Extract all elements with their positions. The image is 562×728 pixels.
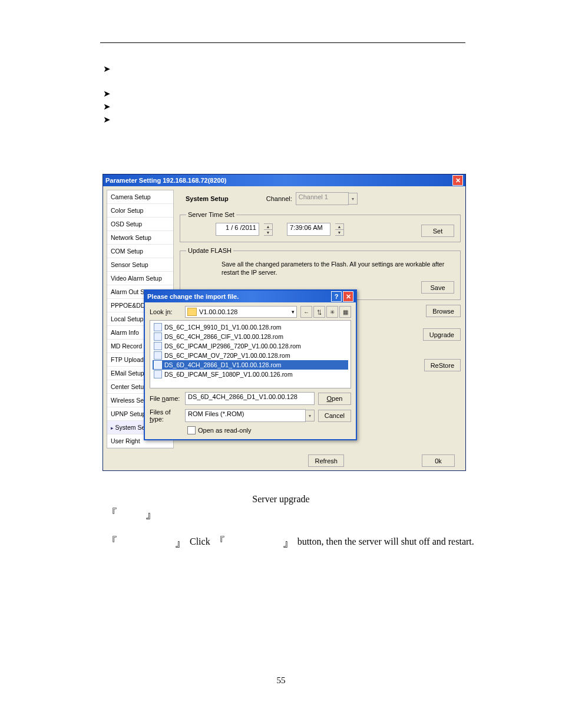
- sidebar-item-network-setup[interactable]: Network Setup: [107, 231, 173, 245]
- dialog-title: Please change the import file.: [147, 293, 239, 300]
- set-button[interactable]: Set: [421, 225, 454, 237]
- lookin-value: V1.00.00.128: [199, 308, 237, 315]
- date-input[interactable]: 1 / 6 /2011: [216, 223, 259, 236]
- file-item[interactable]: DS_6C_IPCAM_OV_720P_V1.00.00.128.rom: [153, 351, 348, 360]
- file-icon: [154, 342, 162, 350]
- views-icon[interactable]: ▦: [339, 306, 351, 318]
- body-text-line1: 『』: [105, 508, 158, 519]
- window-title: Parameter Setting 192.168.168.72(8200): [105, 177, 226, 184]
- checkbox-icon[interactable]: [187, 426, 196, 434]
- filetype-select[interactable]: ROM Files (*.ROM): [185, 409, 306, 422]
- file-icon: [154, 332, 162, 341]
- file-list[interactable]: DS_6C_1CH_9910_D1_V1.00.00.128.rom DS_6C…: [150, 320, 351, 388]
- bullet-list: ➤ ➤ ➤ ➤: [103, 64, 111, 127]
- lookin-combo[interactable]: V1.00.00.128 ▾: [185, 306, 297, 318]
- folder-icon: [187, 308, 197, 316]
- date-spinner[interactable]: ▲▼: [264, 223, 273, 236]
- window-titlebar[interactable]: Parameter Setting 192.168.168.72(8200) ✕: [103, 174, 465, 186]
- browse-button[interactable]: Browse: [426, 305, 461, 317]
- bullet-icon: ➤: [103, 101, 111, 112]
- bullet-icon: ➤: [103, 88, 111, 99]
- sidebar-item-com-setup[interactable]: COM Setup: [107, 245, 173, 258]
- file-open-dialog: Please change the import file. ? ✕ Look …: [144, 289, 357, 440]
- figure-caption: Server upgrade: [0, 494, 562, 505]
- file-item-selected[interactable]: DS_6D_4CH_2866_D1_V1.00.00.128.rom: [153, 360, 348, 370]
- sidebar-item-sensor-setup[interactable]: Sensor Setup: [107, 258, 173, 272]
- filename-input[interactable]: DS_6D_4CH_2866_D1_V1.00.00.128: [185, 392, 315, 405]
- time-input[interactable]: 7:39:06 AM: [287, 223, 330, 236]
- flash-description: Save all the changed parameters to the F…: [222, 260, 454, 276]
- file-item[interactable]: DS_6C_IPCAM_IP2986_720P_V1.00.00.128.rom: [153, 341, 348, 351]
- up-icon[interactable]: ⮁: [313, 306, 325, 318]
- file-icon: [154, 323, 162, 331]
- channel-label: Channel:: [266, 195, 292, 202]
- body-text-line2: 『』 Click 『』 button, then the server will…: [105, 536, 474, 547]
- section-title: System Setup: [186, 195, 229, 202]
- lookin-label: Look in:: [150, 308, 181, 315]
- dialog-titlebar[interactable]: Please change the import file. ? ✕: [145, 291, 356, 302]
- horizontal-rule: [100, 42, 465, 43]
- readonly-checkbox-row[interactable]: Open as read-only: [187, 426, 351, 434]
- file-icon: [154, 351, 162, 360]
- chevron-down-icon[interactable]: ▾: [349, 193, 358, 205]
- file-icon: [154, 361, 162, 369]
- time-spinner[interactable]: ▲▼: [335, 223, 344, 236]
- sidebar-item-video-alarm-setup[interactable]: Video Alarm Setup: [107, 272, 173, 285]
- restore-button[interactable]: ReStore: [424, 359, 461, 371]
- back-icon[interactable]: ←: [300, 306, 312, 318]
- sidebar-item-osd-setup[interactable]: OSD Setup: [107, 218, 173, 231]
- bullet-icon: ➤: [103, 64, 111, 74]
- filename-label: File name:: [150, 395, 181, 402]
- cancel-button[interactable]: Cancel: [318, 410, 351, 422]
- server-time-legend: Server Time Set: [186, 211, 236, 218]
- sidebar-item-camera-setup[interactable]: Camera Setup: [107, 190, 173, 204]
- bullet-icon: ➤: [103, 114, 111, 125]
- new-folder-icon[interactable]: ✳: [326, 306, 338, 318]
- chevron-down-icon[interactable]: ▾: [292, 309, 295, 315]
- channel-select[interactable]: Channel 1: [296, 192, 349, 205]
- help-icon[interactable]: ?: [331, 291, 342, 302]
- close-icon[interactable]: ✕: [452, 175, 463, 186]
- close-icon[interactable]: ✕: [343, 291, 353, 302]
- open-button[interactable]: Open: [318, 393, 351, 405]
- filetype-label: Files of type:: [150, 409, 181, 423]
- upgrade-button[interactable]: Upgrade: [423, 328, 461, 341]
- ok-button[interactable]: 0k: [422, 454, 455, 467]
- chevron-down-icon[interactable]: ▾: [306, 410, 315, 421]
- readonly-label: Open as read-only: [198, 427, 252, 434]
- file-icon: [154, 370, 162, 378]
- server-time-set-group: Server Time Set 1 / 6 /2011 ▲▼ 7:39:06 A…: [180, 211, 461, 242]
- page-number: 55: [0, 676, 562, 686]
- refresh-button[interactable]: Refresh: [308, 454, 344, 467]
- flash-legend: Update FLASH: [186, 247, 233, 254]
- file-item[interactable]: DS_6C_4CH_2866_CIF_V1.00.00.128.rom: [153, 332, 348, 341]
- sidebar-item-color-setup[interactable]: Color Setup: [107, 204, 173, 218]
- file-item[interactable]: DS_6C_1CH_9910_D1_V1.00.00.128.rom: [153, 322, 348, 332]
- file-item[interactable]: DS_6D_IPCAM_SF_1080P_V1.00.00.126.rom: [153, 370, 348, 379]
- save-button[interactable]: Save: [421, 281, 454, 294]
